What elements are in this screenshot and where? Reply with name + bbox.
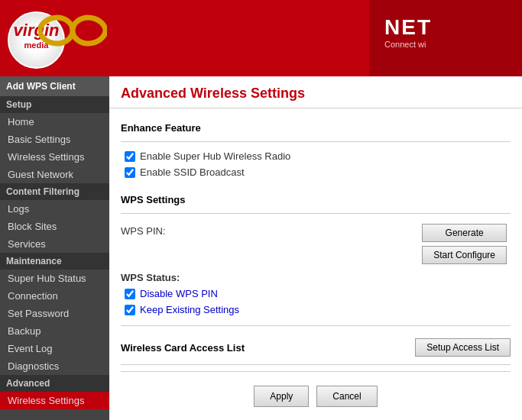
wps-pin-row: WPS PIN: Generate Start Configure [121, 220, 511, 268]
divider-apply [121, 364, 511, 365]
divider-wps [121, 213, 511, 214]
enhance-feature-header: Enhance Feature [121, 116, 511, 137]
sidebar-item-block-sites[interactable]: Block Sites [0, 218, 109, 235]
sidebar-item-super-hub-status[interactable]: Super Hub Status [0, 270, 109, 287]
header: virgin media NET Connect wi [0, 0, 522, 76]
checkbox-radio-row: Enable Super Hub Wireless Radio [121, 148, 511, 164]
sidebar-item-add-wps[interactable]: Add WPS Client [0, 76, 109, 96]
sidebar-item-home[interactable]: Home [0, 113, 109, 131]
sidebar-item-wireless-settings[interactable]: Wireless Settings [0, 148, 109, 166]
checkbox-keep-settings[interactable] [125, 305, 135, 315]
sidebar-item-connection[interactable]: Connection [0, 287, 109, 305]
divider-enhance [121, 141, 511, 142]
cancel-button[interactable]: Cancel [316, 386, 377, 407]
sidebar-item-advanced-wireless[interactable]: Wireless Settings [0, 392, 109, 409]
sidebar-item-set-password[interactable]: Set Password [0, 305, 109, 322]
sidebar-item-diagnostics[interactable]: Diagnostics [0, 357, 109, 375]
checkbox-keep-settings-row: Keep Existing Settings [121, 302, 511, 318]
checkbox-disable-wps-row: Disable WPS PIN [121, 286, 511, 302]
sidebar-section-setup: Setup [0, 96, 109, 113]
checkbox-ssid-broadcast[interactable] [125, 167, 135, 178]
wireless-card-title: Wireless Card Access List [121, 342, 245, 354]
setup-access-list-button[interactable]: Setup Access List [415, 338, 511, 357]
content-area: Advanced Wireless Settings Enhance Featu… [109, 76, 522, 420]
sidebar-item-guest-network[interactable]: Guest Network [0, 166, 109, 183]
checkbox-radio-label: Enable Super Hub Wireless Radio [140, 150, 290, 162]
sidebar-item-logs[interactable]: Logs [0, 200, 109, 218]
header-net-text: NET [384, 15, 432, 40]
wireless-card-row: Wireless Card Access List Setup Access L… [121, 332, 511, 360]
checkbox-ssid-label: Enable SSID Broadcast [140, 166, 245, 178]
start-configure-button[interactable]: Start Configure [422, 246, 507, 264]
infinity-icon [38, 11, 107, 50]
sidebar-item-backup[interactable]: Backup [0, 322, 109, 340]
checkbox-disable-wps-label: Disable WPS PIN [140, 288, 218, 299]
checkbox-disable-wps[interactable] [125, 289, 135, 299]
main-container: Add WPS Client Setup Home Basic Settings… [0, 76, 522, 420]
content-body: Enhance Feature Enable Super Hub Wireles… [109, 108, 522, 420]
sidebar: Add WPS Client Setup Home Basic Settings… [0, 76, 109, 420]
checkbox-keep-settings-label: Keep Existing Settings [140, 304, 239, 315]
divider-wireless-card [121, 325, 511, 326]
apply-cancel-row: Apply Cancel [121, 371, 511, 415]
header-right-panel: NET Connect wi [369, 0, 522, 76]
sidebar-section-content-filtering: Content Filtering [0, 183, 109, 200]
wps-pin-label: WPS PIN: [121, 224, 197, 237]
checkbox-wireless-radio[interactable] [125, 151, 135, 162]
wps-buttons-container: Generate Start Configure [422, 224, 507, 264]
sidebar-item-event-log[interactable]: Event Log [0, 340, 109, 357]
wps-status-label: WPS Status: [121, 268, 511, 286]
generate-button[interactable]: Generate [422, 224, 507, 242]
sidebar-item-basic-settings[interactable]: Basic Settings [0, 131, 109, 148]
header-connect-text: Connect wi [384, 40, 426, 49]
page-title: Advanced Wireless Settings [109, 76, 522, 108]
wps-settings-header: WPS Settings [121, 188, 511, 209]
checkbox-ssid-row: Enable SSID Broadcast [121, 164, 511, 180]
apply-button[interactable]: Apply [254, 386, 309, 407]
sidebar-section-maintenance: Maintenance [0, 253, 109, 270]
sidebar-item-services[interactable]: Services [0, 235, 109, 253]
sidebar-section-advanced: Advanced [0, 375, 109, 392]
